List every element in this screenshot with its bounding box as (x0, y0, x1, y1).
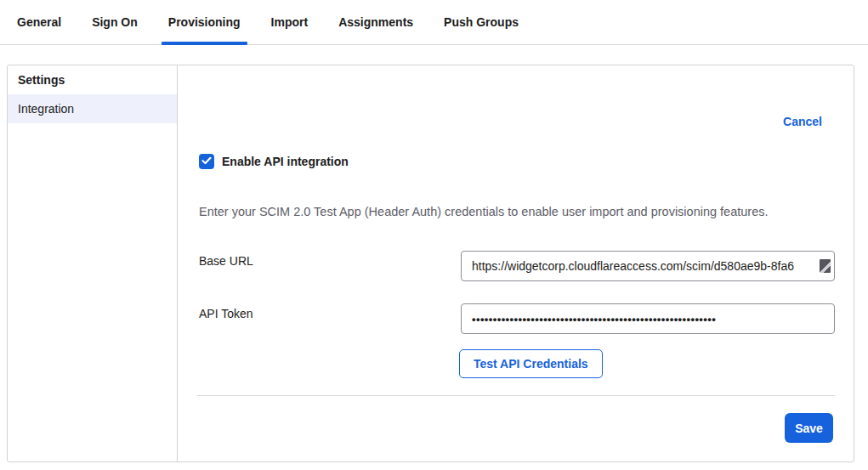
api-token-field-wrap (461, 303, 835, 334)
tab-sign-on[interactable]: Sign On (92, 0, 138, 45)
save-button[interactable]: Save (785, 413, 833, 443)
footer-divider (197, 395, 835, 396)
settings-sidebar: Settings Integration (8, 65, 178, 462)
test-api-credentials-button[interactable]: Test API Credentials (459, 349, 603, 378)
provisioning-panel: Settings Integration Cancel Enable API i… (7, 65, 854, 462)
enable-api-integration-checkbox[interactable] (199, 154, 214, 169)
tab-provisioning[interactable]: Provisioning (168, 0, 241, 45)
base-url-label: Base URL (199, 254, 253, 268)
sidebar-header: Settings (8, 65, 177, 94)
app-tab-bar: General Sign On Provisioning Import Assi… (0, 0, 868, 45)
api-token-label: API Token (199, 307, 253, 320)
tab-general[interactable]: General (17, 0, 61, 45)
api-token-input[interactable] (461, 303, 835, 334)
sidebar-item-integration[interactable]: Integration (8, 94, 177, 123)
tab-import[interactable]: Import (271, 0, 309, 45)
tab-push-groups[interactable]: Push Groups (444, 0, 519, 45)
enable-api-integration-row: Enable API integration (199, 154, 349, 169)
tab-assignments[interactable]: Assignments (338, 0, 413, 45)
integration-content: Cancel Enable API integration Enter your… (178, 65, 854, 462)
checkmark-icon (201, 154, 212, 169)
text-selection-block (820, 259, 831, 273)
base-url-input[interactable] (461, 251, 835, 281)
credentials-description: Enter your SCIM 2.0 Test App (Header Aut… (199, 205, 828, 218)
enable-api-integration-label: Enable API integration (222, 155, 349, 168)
base-url-field-wrap (461, 251, 835, 281)
cancel-link[interactable]: Cancel (783, 115, 822, 128)
